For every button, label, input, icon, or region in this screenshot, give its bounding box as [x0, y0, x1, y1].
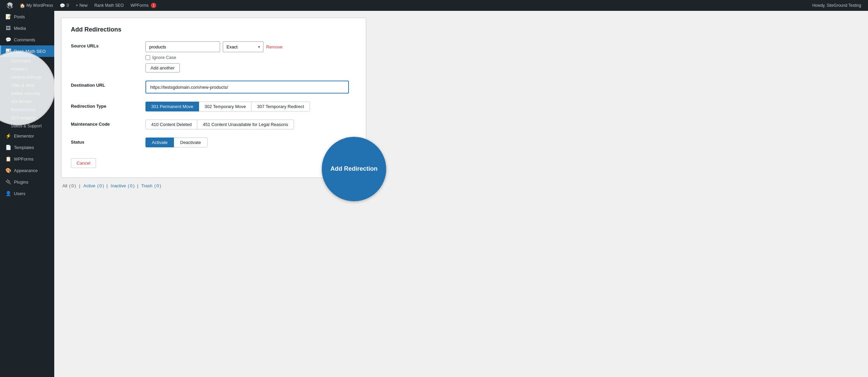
redirection-type-row: Redirection Type 301 Permanent Move 302 … — [71, 102, 356, 111]
wpforms-sidebar-icon: 📋 — [5, 156, 11, 162]
redirect-301-button[interactable]: 301 Permanent Move — [145, 102, 199, 111]
ignore-case-row: Ignore Case — [145, 55, 356, 60]
sidebar-sub-redirections[interactable]: Redirections — [0, 106, 54, 114]
destination-url-row: Destination URL — [71, 81, 356, 93]
source-urls-row: Source URLs Exact Contains Starts With E… — [71, 41, 356, 72]
sidebar: 📝 Posts 🖼 Media 💬 Comments 📊 Rank Math S… — [0, 11, 54, 377]
add-another-button[interactable]: Add another — [145, 63, 180, 72]
sidebar-sub-analytics[interactable]: Analytics — [0, 65, 54, 73]
status-row: Status Activate Deactivate — [71, 138, 356, 147]
redirection-type-group: 301 Permanent Move 302 Temporary Move 30… — [145, 102, 356, 111]
sidebar-item-rank-math[interactable]: 📊 Rank Math SEO — [0, 45, 54, 57]
admin-bar-comments[interactable]: 💬 0 — [56, 0, 72, 11]
admin-bar: 🏠 My WordPress 💬 0 + New Rank Math SEO W… — [0, 0, 868, 11]
remove-source-url-link[interactable]: Remove — [266, 44, 282, 49]
filter-all: All (0) — [62, 183, 77, 188]
source-urls-controls: Exact Contains Starts With Ends With Reg… — [145, 41, 356, 72]
code-451-button[interactable]: 451 Content Unavailable for Legal Reason… — [197, 120, 294, 129]
form-footer: Cancel — [71, 155, 356, 168]
sidebar-item-media[interactable]: 🖼 Media — [0, 22, 54, 34]
destination-url-label: Destination URL — [71, 81, 139, 88]
wpforms-badge: 1 — [151, 3, 156, 8]
redirection-type-controls: 301 Permanent Move 302 Temporary Move 30… — [145, 102, 356, 111]
status-label: Status — [71, 138, 139, 145]
sidebar-item-templates[interactable]: 📄 Templates — [0, 142, 54, 153]
activate-button[interactable]: Activate — [145, 138, 174, 147]
maintenance-code-group: 410 Content Deleted 451 Content Unavaila… — [145, 120, 356, 129]
plugins-icon: 🔌 — [5, 179, 11, 185]
maintenance-code-controls: 410 Content Deleted 451 Content Unavaila… — [145, 120, 356, 129]
admin-bar-site[interactable]: 🏠 My WordPress — [16, 0, 56, 11]
users-icon: 👤 — [5, 190, 11, 196]
redirection-type-label: Redirection Type — [71, 102, 139, 109]
add-redirection-circle-wrapper: Add Redirection — [322, 137, 386, 201]
admin-bar-howdy[interactable]: Howdy, SiteGround Testing — [809, 3, 865, 8]
source-urls-label: Source URLs — [71, 41, 139, 48]
wp-layout: 📝 Posts 🖼 Media 💬 Comments 📊 Rank Math S… — [0, 11, 868, 377]
sidebar-item-appearance[interactable]: 🎨 Appearance — [0, 165, 54, 176]
filter-active-link[interactable]: Active (0) — [83, 183, 105, 188]
add-redirections-form: Add Redirections Source URLs Exact Conta… — [61, 18, 366, 178]
admin-bar-new[interactable]: + New — [72, 0, 91, 11]
source-url-input[interactable] — [145, 41, 220, 52]
posts-icon: 📝 — [5, 14, 11, 20]
sidebar-sub-404-monitor[interactable]: 404 Monitor — [0, 98, 54, 106]
admin-bar-rank-math[interactable]: Rank Math SEO — [91, 0, 127, 11]
source-url-input-row: Exact Contains Starts With Ends With Reg… — [145, 41, 356, 52]
maintenance-code-label: Maintenance Code — [71, 120, 139, 127]
sidebar-menu: 📝 Posts 🖼 Media 💬 Comments 📊 Rank Math S… — [0, 11, 54, 199]
sidebar-sub-instant-indexing[interactable]: Instant Indexing — [0, 89, 54, 98]
sidebar-item-posts[interactable]: 📝 Posts — [0, 11, 54, 22]
wp-logo-item[interactable] — [3, 0, 16, 11]
sidebar-item-plugins[interactable]: 🔌 Plugins — [0, 176, 54, 188]
filter-trash-link[interactable]: Trash (0) — [141, 183, 161, 188]
destination-url-controls — [145, 81, 356, 93]
templates-icon: 📄 — [5, 144, 11, 150]
appearance-icon: 🎨 — [5, 167, 11, 173]
admin-bar-right: Howdy, SiteGround Testing — [809, 3, 865, 8]
sidebar-sub-dashboard[interactable]: Dashboard — [0, 57, 54, 65]
match-type-select[interactable]: Exact Contains Starts With Ends With Reg… — [223, 41, 263, 52]
code-410-button[interactable]: 410 Content Deleted — [145, 120, 197, 129]
sidebar-item-elementor[interactable]: ⚡ Elementor — [0, 130, 54, 142]
ignore-case-label: Ignore Case — [152, 55, 176, 60]
sidebar-item-comments[interactable]: 💬 Comments — [0, 34, 54, 45]
redirect-307-button[interactable]: 307 Temporary Redirect — [251, 102, 310, 111]
maintenance-code-row: Maintenance Code 410 Content Deleted 451… — [71, 120, 356, 129]
add-redirection-button[interactable]: Add Redirection — [322, 137, 386, 201]
sidebar-sub-seo-analyzer[interactable]: SEO Analyzer — [0, 114, 54, 122]
ignore-case-checkbox[interactable] — [145, 55, 150, 60]
form-title: Add Redirections — [71, 26, 356, 33]
redirect-302-button[interactable]: 302 Temporary Move — [199, 102, 252, 111]
deactivate-button[interactable]: Deactivate — [174, 138, 207, 147]
rank-math-icon: 📊 — [5, 48, 11, 54]
sidebar-item-users[interactable]: 👤 Users — [0, 188, 54, 199]
content-area: Add Redirections Source URLs Exact Conta… — [54, 11, 868, 377]
media-icon: 🖼 — [5, 25, 11, 31]
admin-bar-wpforms[interactable]: WPForms 1 — [127, 0, 160, 11]
sidebar-sub-titles-meta[interactable]: Titles & Meta — [0, 81, 54, 89]
sidebar-item-wpforms[interactable]: 📋 WPForms — [0, 153, 54, 165]
match-type-wrapper: Exact Contains Starts With Ends With Reg… — [223, 41, 263, 52]
comments-icon: 💬 — [5, 37, 11, 43]
filter-bar: All (0) | Active (0) | Inactive (0) | Tr… — [61, 183, 366, 188]
cancel-button[interactable]: Cancel — [71, 158, 96, 168]
sidebar-sub-status-support[interactable]: Status & Support — [0, 122, 54, 130]
destination-url-input[interactable] — [145, 81, 349, 93]
elementor-icon: ⚡ — [5, 133, 11, 139]
sidebar-sub-general-settings[interactable]: General Settings — [0, 73, 54, 81]
filter-inactive-link[interactable]: Inactive (0) — [110, 183, 136, 188]
